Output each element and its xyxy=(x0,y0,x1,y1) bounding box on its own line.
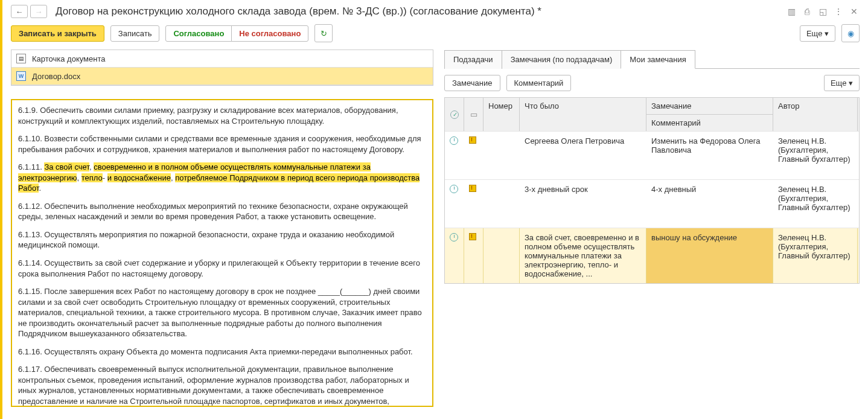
file-label: Карточка документа xyxy=(32,54,105,63)
tab-subtasks[interactable]: Подзадачи xyxy=(444,50,502,69)
doc-para: 6.1.14. Осуществить за свой счет содержа… xyxy=(18,258,426,279)
table-row[interactable]: За свой счет, своевременно и в полном об… xyxy=(445,228,859,283)
table-row[interactable]: Сергеева Олега Петровича Изменить на Фед… xyxy=(445,131,859,179)
col-what[interactable]: Что было xyxy=(520,98,646,131)
doc-para: 6.1.9. Обеспечить своими силами приемку,… xyxy=(18,105,426,126)
more-icon[interactable]: ⋮ xyxy=(833,6,844,17)
cell-author: Зеленец Н.В. (Бухгалтерия, Главный бухга… xyxy=(773,132,858,179)
file-label: Договор.docx xyxy=(32,72,80,81)
right-more-dropdown[interactable]: Еще ▾ xyxy=(824,75,860,91)
doc-para: 6.1.10. Возвести собственными силами и с… xyxy=(18,133,426,155)
tab-my-remarks[interactable]: Мои замечания xyxy=(621,50,695,69)
table-row[interactable]: 3-х дневный срок 4-х дневный Зеленец Н.В… xyxy=(445,179,859,228)
page-title: Договор на реконструкцию холодного склад… xyxy=(56,5,786,18)
col-author[interactable]: Автор xyxy=(773,98,858,131)
help-button[interactable]: ◉ xyxy=(841,24,860,42)
more-dropdown[interactable]: Еще ▾ xyxy=(800,25,835,42)
tabs: Подзадачи Замечания (по подзадачам) Мои … xyxy=(444,50,860,69)
col-comment[interactable]: Комментарий xyxy=(646,114,773,131)
doc-para: 6.1.13. Осуществлять мероприятия по пожа… xyxy=(18,229,426,251)
clock-icon xyxy=(450,185,458,193)
refresh-button[interactable]: ↻ xyxy=(314,24,333,42)
cell-author: Зеленец Н.В. (Бухгалтерия, Главный бухга… xyxy=(773,180,858,228)
save-icon[interactable]: ▥ xyxy=(786,6,797,17)
col-number[interactable]: Номер xyxy=(483,98,520,131)
file-row-doc[interactable]: W Договор.docx xyxy=(11,68,433,85)
card-icon: ▤ xyxy=(16,54,26,63)
file-row-card[interactable]: ▤ Карточка документа xyxy=(11,50,433,68)
tab-remarks-sub[interactable]: Замечания (по подзадачам) xyxy=(502,50,622,69)
print-icon[interactable]: ⎙ xyxy=(802,6,812,17)
cell-author: Зеленец Н.В. (Бухгалтерия, Главный бухга… xyxy=(773,228,858,283)
back-button[interactable]: ← xyxy=(11,5,28,18)
comment-button[interactable]: Комментарий xyxy=(506,75,572,91)
close-icon[interactable]: ✕ xyxy=(849,6,860,17)
doc-para: 6.1.17. Обеспечивать своевременный выпус… xyxy=(18,364,426,407)
cell-what: 3-х дневный срок xyxy=(520,180,646,228)
flag-icon xyxy=(469,136,476,144)
doc-para: 6.1.12. Обеспечить выполнение необходимы… xyxy=(18,201,426,222)
flag-icon xyxy=(469,233,476,240)
cell-remark: выношу на обсуждение xyxy=(646,228,773,283)
clock-icon xyxy=(450,136,458,145)
approved-button[interactable]: Согласовано xyxy=(165,25,232,42)
cell-what: Сергеева Олега Петровича xyxy=(520,132,646,179)
col-remark[interactable]: Замечание xyxy=(646,98,773,114)
doc-para: 6.1.16. Осуществлять охрану Объекта до м… xyxy=(18,347,426,357)
not-approved-button[interactable]: Не согласовано xyxy=(231,25,308,42)
remarks-grid: ✓ ▭ Номер Что было Замечание Комментарий… xyxy=(444,97,860,284)
document-view[interactable]: 6.1.9. Обеспечить своими силами приемку,… xyxy=(11,99,433,407)
doc-para: 6.1.15. После завершения всех Работ по н… xyxy=(18,286,426,339)
forward-button[interactable]: → xyxy=(30,5,47,18)
preview-icon[interactable]: ◱ xyxy=(817,6,828,17)
col-flag-icon[interactable]: ▭ xyxy=(464,98,483,131)
cell-what: За свой счет, своевременно и в полном об… xyxy=(520,228,646,283)
cell-remark: Изменить на Федорова Олега Павловича xyxy=(646,132,773,179)
col-check-icon[interactable]: ✓ xyxy=(445,98,464,131)
flag-icon xyxy=(469,185,476,192)
save-close-button[interactable]: Записать и закрыть xyxy=(11,25,104,42)
word-icon: W xyxy=(16,71,26,81)
file-list: ▤ Карточка документа W Договор.docx xyxy=(11,50,433,86)
remark-button[interactable]: Замечание xyxy=(444,75,500,91)
cell-remark: 4-х дневный xyxy=(646,180,773,228)
doc-para: 6.1.11. За свой счет, своевременно и в п… xyxy=(18,162,426,194)
clock-icon xyxy=(450,233,458,241)
save-button[interactable]: Записать xyxy=(110,25,160,42)
